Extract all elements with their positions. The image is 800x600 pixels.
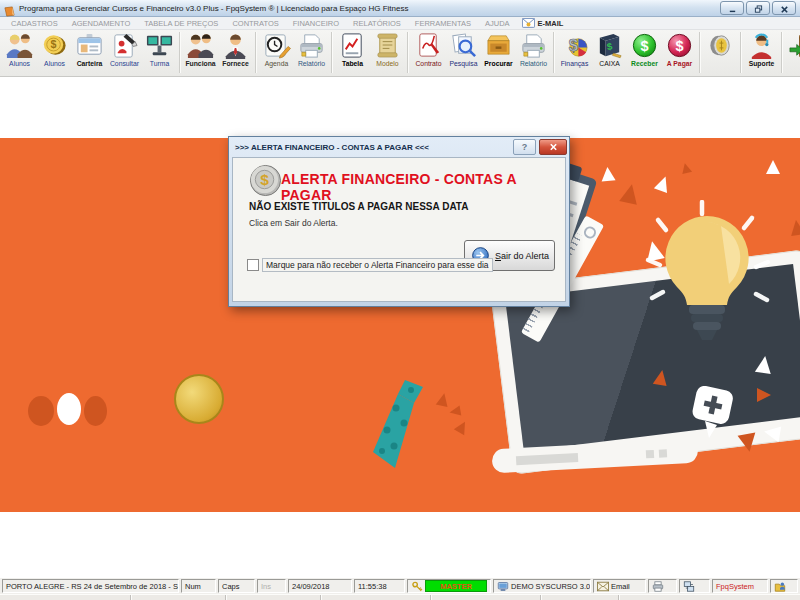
- idcard-icon: [75, 31, 104, 60]
- toolbar-button-exit[interactable]: EXIT: [785, 30, 800, 60]
- menu-item-tabela-de-pre-os[interactable]: TABELA DE PREÇOS: [137, 19, 225, 28]
- toolbar-button-label: Fornece: [222, 60, 248, 68]
- triangle-shape: [600, 166, 615, 181]
- toolbar-button-label: Receber: [631, 60, 658, 68]
- status-network: [679, 579, 710, 593]
- status-printer: [648, 579, 677, 593]
- toolbar-button-finance[interactable]: $Finanças: [557, 30, 592, 68]
- toolbar-button-search-docs[interactable]: Pesquisa: [446, 30, 481, 68]
- mail-icon: [522, 18, 535, 28]
- alert-message: NÃO EXISTE TITULOS A PAGAR NESSA DATA: [249, 201, 468, 212]
- toolbar-separator: [255, 32, 257, 73]
- toolbar-button-staff[interactable]: Funciona: [183, 30, 218, 68]
- status-insert-text: Ins: [261, 582, 271, 591]
- toolbar-button-cashbook[interactable]: $CAIXA: [592, 30, 627, 68]
- close-button[interactable]: [772, 1, 796, 15]
- status-email: Email: [593, 579, 646, 593]
- status-time: 11:55:38: [354, 579, 405, 593]
- students-icon: [5, 31, 34, 60]
- search-docs-icon: [449, 31, 478, 60]
- exit-alert-button-label: Sair do Alerta: [495, 251, 549, 261]
- toolbar-button-scroll[interactable]: Modelo: [370, 30, 405, 68]
- menu-item-email[interactable]: E-MAIL: [517, 18, 569, 28]
- toolbar-button-label: Pesquisa: [450, 60, 478, 68]
- toolbar-button-label: Tabela: [342, 60, 363, 68]
- coin-alert-icon: $: [249, 164, 282, 197]
- toolbar-button-class[interactable]: Turma: [142, 30, 177, 68]
- toolbar-button-label: CAIXA: [599, 60, 619, 68]
- toolbar-button-table[interactable]: Tabela: [335, 30, 370, 68]
- toolbar-button-label: Relatório: [520, 60, 547, 68]
- restore-button[interactable]: [746, 1, 770, 15]
- status-insert: Ins: [257, 579, 286, 593]
- skip-alert-checkbox[interactable]: [247, 259, 259, 271]
- exit-icon: EXIT: [788, 31, 800, 60]
- menu-item-relat-rios[interactable]: RELATÓRIOS: [346, 19, 408, 28]
- toolbar-button-label: Suporte: [749, 60, 775, 68]
- status-time-text: 11:55:38: [358, 582, 387, 591]
- toolbar-button-coin-gold[interactable]: $Alunos: [37, 30, 72, 68]
- status-demo: DEMO SYSCURSO 3.0: [493, 579, 591, 593]
- class-icon: [145, 31, 174, 60]
- toolbar-button-contract[interactable]: Contrato: [411, 30, 446, 68]
- dot-shape: [57, 393, 81, 425]
- toolbar-separator: [781, 32, 783, 73]
- toolbar-button-receive[interactable]: $Receber: [627, 30, 662, 68]
- alert-dialog-titlebar: >>> ALERTA FINANCEIRO - CONTAS A PAGAR <…: [229, 137, 569, 157]
- printer-status-icon: [652, 581, 664, 592]
- toolbar-button-label: Funciona: [185, 60, 215, 68]
- triangle-shape: [755, 355, 773, 374]
- toolbar-button-consult[interactable]: Consultar: [107, 30, 142, 68]
- agenda-icon: [262, 31, 291, 60]
- toolbar-button-coin-silver[interactable]: [703, 30, 738, 60]
- toolbar-button-label: Relatório: [298, 60, 325, 68]
- printer-icon: [519, 31, 548, 60]
- toolbar: Alunos$AlunosCarteiraConsultarTurmaFunci…: [0, 30, 800, 77]
- menu-item-cadastros[interactable]: CADASTROS: [4, 19, 65, 28]
- svg-text:$: $: [51, 38, 57, 50]
- alert-submessage: Clica em Sair do Alerta.: [249, 218, 338, 228]
- triangle-shape: [619, 182, 641, 204]
- toolbar-button-support[interactable]: Suporte: [744, 30, 779, 68]
- toolbar-button-supplier[interactable]: Fornece: [218, 30, 253, 68]
- toolbar-button-students[interactable]: Alunos: [2, 30, 37, 68]
- skip-alert-checkbox-row: Marque para não receber o Alerta Finance…: [247, 258, 493, 272]
- triangle-shape: [738, 433, 759, 454]
- restore-icon: [754, 0, 763, 17]
- toolbar-button-printer[interactable]: Relatório: [516, 30, 551, 68]
- status-bar: PORTO ALEGRE - RS 24 de Setembro de 2018…: [0, 578, 800, 594]
- help-button[interactable]: ?: [513, 139, 536, 155]
- toolbar-button-drawer[interactable]: Procurar: [481, 30, 516, 68]
- coin-gold-icon: $: [40, 31, 69, 60]
- alert-heading: ALERTA FINANCEIRO - CONTAS A PAGAR: [281, 171, 565, 203]
- status-sub-strip: [0, 594, 800, 600]
- menu-item-ajuda[interactable]: AJUDA: [478, 19, 517, 28]
- menu-bar: CADASTROSAGENDAMENTOTABELA DE PREÇOSCONT…: [0, 17, 800, 30]
- status-caps-lock: Caps: [218, 579, 255, 593]
- triangle-shape: [454, 419, 470, 435]
- svg-text:$: $: [569, 36, 578, 54]
- triangle-shape: [763, 424, 782, 443]
- alert-dialog-body: $ ALERTA FINANCEIRO - CONTAS A PAGAR NÃO…: [232, 157, 566, 302]
- menu-item-contratos[interactable]: CONTRATOS: [225, 19, 285, 28]
- key-icon: [411, 581, 423, 592]
- staff-icon: [186, 31, 215, 60]
- toolbar-button-agenda[interactable]: Agenda: [259, 30, 294, 68]
- receive-icon: $: [630, 31, 659, 60]
- menu-item-financeiro[interactable]: FINANCEIRO: [286, 19, 346, 28]
- menu-item-agendamento[interactable]: AGENDAMENTO: [65, 19, 138, 28]
- minimize-button[interactable]: [720, 1, 744, 15]
- menu-item-ferramentas[interactable]: FERRAMENTAS: [408, 19, 478, 28]
- close-button[interactable]: [539, 139, 567, 155]
- gold-coin-graphic: [174, 374, 224, 424]
- toolbar-button-idcard[interactable]: Carteira: [72, 30, 107, 68]
- toolbar-button-pay[interactable]: $A Pagar: [662, 30, 697, 68]
- status-master-value: MASTER: [425, 580, 487, 592]
- toolbar-button-label: Alunos: [9, 60, 30, 68]
- skip-alert-checkbox-label: Marque para não receber o Alerta Finance…: [262, 258, 493, 272]
- toolbar-button-printer[interactable]: Relatório: [294, 30, 329, 68]
- support-icon: [747, 31, 776, 60]
- window-titlebar: Programa para Gerenciar Cursos e Finance…: [0, 0, 800, 17]
- tie-graphic: [365, 378, 435, 470]
- svg-text:$: $: [675, 38, 683, 54]
